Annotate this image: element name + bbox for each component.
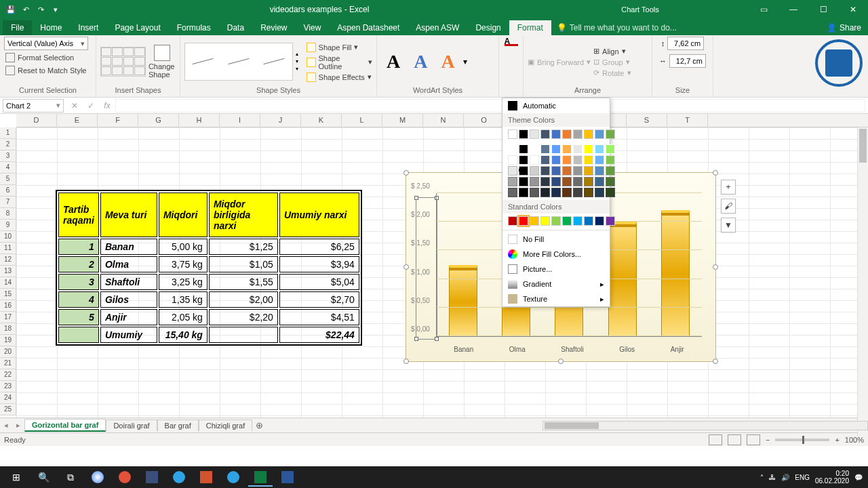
color-swatch[interactable] xyxy=(606,188,615,197)
tab-format[interactable]: Format xyxy=(509,20,551,35)
color-swatch[interactable] xyxy=(540,216,550,226)
col-T[interactable]: T xyxy=(667,114,708,127)
text-fill-button[interactable]: A xyxy=(505,37,518,46)
zoom-minus[interactable]: − xyxy=(766,436,770,444)
color-swatch[interactable] xyxy=(551,177,561,186)
view-pagebreak-button[interactable] xyxy=(747,434,760,445)
col-F[interactable]: F xyxy=(98,114,138,127)
color-swatch[interactable] xyxy=(530,155,539,165)
tab-insert[interactable]: Insert xyxy=(70,20,106,35)
col-I[interactable]: I xyxy=(220,114,260,127)
chart-filters-button[interactable]: ▼ xyxy=(721,218,736,232)
color-swatch[interactable] xyxy=(562,129,572,139)
shape-outline-button[interactable]: Shape Outline ▾ xyxy=(307,54,372,70)
color-swatch[interactable] xyxy=(519,129,528,139)
tab-view[interactable]: View xyxy=(296,20,330,35)
row-7[interactable]: 7 xyxy=(0,197,16,208)
row-10[interactable]: 10 xyxy=(0,231,16,243)
color-swatch[interactable] xyxy=(562,144,572,154)
reset-match-button[interactable]: Reset to Match Style xyxy=(4,65,88,76)
save-icon[interactable]: 💾 xyxy=(4,3,18,16)
start-button[interactable]: ⊞ xyxy=(3,468,30,487)
color-swatch[interactable] xyxy=(540,166,550,176)
col-M[interactable]: M xyxy=(382,114,423,127)
color-swatch[interactable] xyxy=(540,144,550,154)
color-swatch[interactable] xyxy=(573,129,583,139)
row-16[interactable]: 16 xyxy=(0,300,16,312)
color-swatch[interactable] xyxy=(562,155,572,165)
color-swatch[interactable] xyxy=(595,216,604,226)
color-swatch[interactable] xyxy=(540,129,550,139)
gradient-fill-option[interactable]: Gradient xyxy=(502,277,610,291)
tab-design[interactable]: Design xyxy=(467,20,509,35)
color-swatch[interactable] xyxy=(584,216,593,226)
tell-me-search[interactable]: 💡Tell me what you want to do... xyxy=(551,20,820,35)
tray-up-icon[interactable]: ˄ xyxy=(760,474,764,481)
color-swatch[interactable] xyxy=(562,177,572,186)
taskbar-telegram-icon[interactable] xyxy=(165,468,193,487)
shape-width-input[interactable]: ↔ xyxy=(659,54,706,68)
fx-icon[interactable]: fx xyxy=(99,101,115,110)
row-20[interactable]: 20 xyxy=(0,346,16,358)
zoom-level[interactable]: 100% xyxy=(845,436,864,444)
col-G[interactable]: G xyxy=(138,114,179,127)
color-swatch[interactable] xyxy=(584,144,593,154)
color-swatch[interactable] xyxy=(584,188,593,197)
rotate-button[interactable]: ⟳ Rotate ▾ xyxy=(593,68,631,77)
row-11[interactable]: 11 xyxy=(0,243,16,254)
color-swatch[interactable] xyxy=(584,129,593,139)
color-swatch[interactable] xyxy=(584,155,593,165)
color-swatch[interactable] xyxy=(595,177,604,186)
bar-Banan[interactable] xyxy=(449,265,477,337)
color-swatch[interactable] xyxy=(584,177,593,186)
taskbar-app-3[interactable] xyxy=(220,468,247,487)
fill-automatic[interactable]: Automatic xyxy=(502,98,610,113)
sheet-nav-next[interactable]: ▸ xyxy=(12,421,24,430)
tab-aspen-asw[interactable]: Aspen ASW xyxy=(408,20,467,35)
color-swatch[interactable] xyxy=(519,216,528,226)
tab-page-layout[interactable]: Page Layout xyxy=(106,20,168,35)
color-swatch[interactable] xyxy=(530,144,539,154)
taskbar-excel-icon[interactable] xyxy=(247,468,274,487)
color-swatch[interactable] xyxy=(508,188,517,197)
texture-fill-option[interactable]: Texture xyxy=(502,291,610,306)
row-18[interactable]: 18 xyxy=(0,323,16,335)
wordart-style-3[interactable]: A xyxy=(435,48,460,75)
row-23[interactable]: 23 xyxy=(0,381,16,392)
color-swatch[interactable] xyxy=(551,129,561,139)
taskbar-app-1[interactable] xyxy=(111,468,138,487)
shape-effects-button[interactable]: Shape Effects ▾ xyxy=(307,73,372,82)
zoom-plus[interactable]: + xyxy=(835,436,839,444)
color-swatch[interactable] xyxy=(562,166,572,176)
row-17[interactable]: 17 xyxy=(0,312,16,323)
color-swatch[interactable] xyxy=(595,129,604,139)
color-swatch[interactable] xyxy=(519,144,528,154)
row-22[interactable]: 22 xyxy=(0,369,16,381)
col-K[interactable]: K xyxy=(301,114,342,127)
row-14[interactable]: 14 xyxy=(0,277,16,289)
taskbar-chrome-icon[interactable] xyxy=(84,468,111,487)
row-24[interactable]: 24 xyxy=(0,392,16,404)
row-15[interactable]: 15 xyxy=(0,289,16,300)
color-swatch[interactable] xyxy=(551,155,561,165)
tab-data[interactable]: Data xyxy=(219,20,252,35)
sheet-tab-3[interactable]: Bar graf xyxy=(157,420,199,431)
row-6[interactable]: 6 xyxy=(0,185,16,197)
taskbar-app-2[interactable] xyxy=(138,468,165,487)
tray-notifications-icon[interactable]: 💬 xyxy=(854,474,863,481)
row-8[interactable]: 8 xyxy=(0,208,16,220)
color-swatch[interactable] xyxy=(530,188,539,197)
zoom-slider[interactable] xyxy=(775,439,829,441)
color-swatch[interactable] xyxy=(540,177,550,186)
col-D[interactable]: D xyxy=(16,114,57,127)
change-shape-button[interactable]: Change Shape xyxy=(149,45,176,79)
row-21[interactable]: 21 xyxy=(0,358,16,369)
color-swatch[interactable] xyxy=(595,166,604,176)
color-swatch[interactable] xyxy=(573,144,583,154)
wordart-style-2[interactable]: A xyxy=(408,48,433,75)
color-swatch[interactable] xyxy=(606,177,615,186)
shape-style-gallery[interactable] xyxy=(184,43,293,81)
color-swatch[interactable] xyxy=(573,188,583,197)
tab-review[interactable]: Review xyxy=(252,20,295,35)
col-O[interactable]: O xyxy=(464,114,505,127)
